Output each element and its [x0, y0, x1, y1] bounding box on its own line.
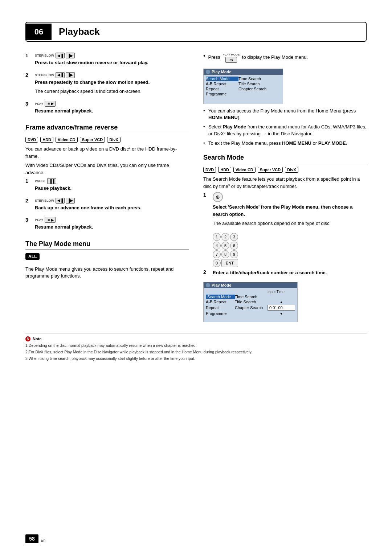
step-2-icon-row: STEP/SLOW ◀▐ ▐▶ [35, 72, 189, 78]
menu2-input-up: ▲ [268, 300, 295, 304]
menu-label-repeat: Repeat [206, 87, 238, 91]
menu-spacer [204, 97, 283, 102]
search-badge-videocd: Video CD [233, 167, 256, 173]
menu2-input-down: ▼ [268, 312, 295, 316]
step-2-slow-motion: 2 STEP/SLOW ◀▐ ▐▶ Press repeatedly to ch… [25, 72, 189, 97]
search-badge-dvd: DVD [203, 167, 216, 173]
search-step-2-text: Enter a title/chapter/track number or a … [213, 269, 367, 276]
search-step-2-content: Enter a title/chapter/track number or a … [213, 269, 367, 279]
numpad-ent[interactable]: ENT [221, 259, 238, 267]
step-2-text: Press repeatedly to change the slow moti… [35, 79, 189, 86]
frame-step-3-content: PLAY ◾▶ Resume normal playback. [35, 217, 189, 233]
badge-all: ALL [25, 253, 40, 260]
search-step-1-icon-row: ⊕ [213, 192, 367, 202]
search-badge-hdd: HDD [218, 167, 231, 173]
menu2-row-search: Search Mode Time Search [204, 294, 297, 299]
bullet-item-3: Select Play Mode from the command menu f… [203, 124, 367, 137]
menu-header-row: Input Time [204, 290, 297, 294]
search-step-1: 1 ⊕ Select 'Search Mode' from the Play M… [203, 192, 367, 229]
note-header: N Note [25, 336, 367, 341]
numpad-7[interactable]: 7 [213, 250, 221, 258]
search-step-num-2: 2 [203, 269, 210, 275]
footnote-3: 3 When using time search, playback may o… [25, 356, 367, 362]
menu2-input-time: 0 01 00 [268, 305, 295, 311]
frame-step-1-icon-row: PAUSE ▐▐ [35, 178, 189, 184]
menu-title-text-2: Play Mode [212, 283, 231, 287]
step-3-text: Resume normal playback. [35, 107, 189, 115]
menu2-value-repeat: Chapter Search [235, 305, 268, 310]
numpad-9[interactable]: 9 [230, 250, 238, 258]
menu2-value-ab: Title Search [235, 300, 268, 304]
numpad-4[interactable]: 4 [213, 242, 221, 250]
menu-value-ab: Title Search [238, 82, 260, 86]
step-slow-label: STEP/SLOW [35, 54, 54, 57]
menu-label-programme: Programme [206, 92, 238, 96]
menu-label-search: Search Mode [206, 77, 238, 81]
step-number-2a: 2 [25, 72, 32, 78]
numpad-2[interactable]: 2 [221, 233, 229, 241]
menu-body-1: Search Mode Time Search A-B Repeat Title… [204, 75, 283, 104]
menu-row-abrepeat: A-B Repeat Title Search [204, 81, 283, 86]
menu-value-repeat: Chapter Search [238, 87, 266, 91]
menu-col3-header: Input Time [268, 290, 295, 294]
play-icon-3: ◾▶ [45, 217, 56, 223]
chapter-title: Playback [52, 22, 107, 41]
menu-row-search: Search Mode Time Search [204, 76, 283, 81]
menu-value-search: Time Search [238, 77, 261, 81]
search-step-1-text: Select 'Search Mode' from the Play Mode … [213, 204, 367, 218]
two-column-layout: 1 STEP/SLOW ◀▐ ▐▶ Press to start slow mo… [25, 53, 367, 322]
step-2-content: STEP/SLOW ◀▐ ▐▶ Press repeatedly to chan… [35, 72, 189, 97]
menu2-row-programme: Programme ▼ [204, 311, 297, 316]
step-3-content: PLAY ◾▶ Resume normal playback. [35, 101, 189, 117]
menu2-row-ab: A-B Repeat Title Search ▲ [204, 299, 297, 304]
frame-para1: You can advance or back up video on a DV… [25, 145, 189, 160]
step-1-content: STEP/SLOW ◀▐ ▐▶ Press to start slow moti… [35, 53, 189, 69]
badge-supervcd: Super VCD [80, 137, 105, 143]
numpad-0[interactable]: 0 [213, 259, 221, 267]
playmode-para: The Play Mode menu gives you access to s… [25, 266, 189, 280]
search-badge-supervcd: Super VCD [258, 167, 283, 173]
badge-divx: DivX [107, 137, 120, 143]
forward-icon-3: ▐▶ [66, 198, 75, 204]
menu-title-icon [206, 70, 210, 74]
frame-step-1-text: Pause playback. [35, 185, 189, 192]
note-icon: N [25, 336, 30, 341]
bullet-press-playmode: • Press PLAY MODE ▭ to display the Play … [203, 53, 367, 65]
menu2-label-programme: Programme [206, 311, 235, 316]
bullet-item-2: You can also access the Play Mode menu f… [203, 108, 367, 121]
numpad-8[interactable]: 8 [221, 250, 229, 258]
frame-step-num-3: 3 [25, 217, 32, 223]
badge-dvd: DVD [25, 137, 38, 143]
step-2-note: The current playback speed is indicated … [35, 88, 189, 95]
frame-step-2: 2 STEP/SLOW ◀▐ ▐▶ Back up or advance one… [25, 198, 189, 214]
bullet-item-4: To exit the Play Mode menu, press HOME M… [203, 140, 367, 147]
forward-icon: ▐▶ [66, 53, 75, 58]
search-circle-icon: ⊕ [213, 192, 223, 202]
search-step-num-1: 1 [203, 192, 210, 198]
numpad-6[interactable]: 6 [230, 242, 238, 250]
rewind-icon-2: ◀▐ [56, 72, 65, 78]
menu2-label-repeat: Repeat [206, 305, 235, 310]
step-number-1: 1 [25, 53, 32, 58]
menu-body-2: Input Time Search Mode Time Search A-B R… [204, 288, 297, 322]
bullet-dot: • [203, 53, 205, 59]
numpad-1[interactable]: 1 [213, 233, 221, 241]
frame-step-num-2: 2 [25, 198, 32, 204]
note-section: N Note 1 Depending on the disc, normal p… [25, 333, 367, 361]
bullet-press-text: Press PLAY MODE ▭ to display the Play Mo… [208, 53, 308, 63]
playmode-label: PLAY MODE [222, 53, 240, 57]
frame-step-3-icon-row: PLAY ◾▶ [35, 217, 189, 223]
numpad-3[interactable]: 3 [230, 233, 238, 241]
menu-title-bar-1: Play Mode [204, 69, 283, 75]
menu2-label-ab: A-B Repeat [206, 300, 235, 304]
badge-hdd: HDD [40, 137, 53, 143]
forward-icon-2: ▐▶ [66, 72, 75, 78]
numpad-5[interactable]: 5 [221, 242, 229, 250]
play-icon-small: ◾▶ [45, 101, 56, 107]
menu-title-bar-2: Play Mode [204, 282, 297, 288]
step-number-3a: 3 [25, 101, 32, 107]
frame-step-num-1: 1 [25, 178, 32, 184]
menu-screenshot-1: Play Mode Search Mode Time Search A-B Re… [203, 69, 283, 104]
frame-step-3-text: Resume normal playback. [35, 223, 189, 231]
search-badge-row: DVD HDD Video CD Super VCD DivX [203, 167, 367, 173]
